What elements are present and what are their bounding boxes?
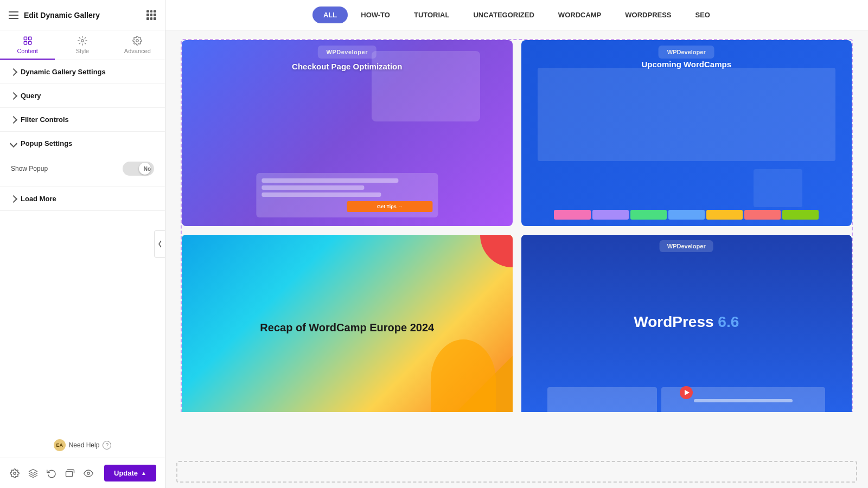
need-help-label: Need Help [69,441,100,449]
accordion-header-query[interactable]: Query [0,84,165,107]
show-popup-label: Show Popup [11,165,48,172]
tab-advanced[interactable]: Advanced [110,30,165,60]
sidebar-header: Edit Dynamic Gallery [0,0,165,30]
gallery-item-wordcamps[interactable]: WPDeveloper Upcoming WordCamps [521,40,852,226]
svg-point-9 [87,472,90,474]
gallery-grid: WPDeveloper Checkout Page Optimization G… [182,40,852,412]
layers-icon[interactable] [27,467,39,479]
filter-tab-all[interactable]: ALL [312,7,348,23]
accordion-item-query: Query [0,84,165,108]
settings-icon[interactable] [9,467,21,479]
filter-tab-uncategorized[interactable]: UNCATEGORIZED [462,7,545,23]
accordion-arrow-filter-controls [10,115,17,123]
gallery-item-wordcamps-title: Upcoming WordCamps [571,60,802,69]
gallery-item-wordpress66[interactable]: WPDeveloper WordPress 6.6 [521,235,852,412]
bottom-icons [9,467,98,479]
help-question-icon[interactable]: ? [103,441,111,450]
gallery-item-europe-title: Recap of WordCamp Europe 2024 [249,310,445,345]
filter-tab-wordpress[interactable]: WORDPRESS [614,7,682,23]
sidebar-collapse-handle[interactable] [154,230,165,258]
content-icon [23,36,33,46]
gallery-border: WPDeveloper Checkout Page Optimization G… [181,39,853,412]
svg-point-6 [14,472,16,474]
accordion-item-filter-controls: Filter Controls [0,108,165,132]
svg-rect-2 [24,42,27,44]
accordion-header-dynamic-gallery-settings[interactable]: Dynamic Gallery Settings [0,60,165,84]
accordion-header-load-more[interactable]: Load More [0,187,165,210]
editor-tabs: Content Style Advanced [0,30,165,60]
drop-zone[interactable] [176,461,857,483]
accordion-header-filter-controls[interactable]: Filter Controls [0,108,165,131]
svg-point-4 [81,40,84,42]
show-popup-toggle[interactable]: No [123,162,154,176]
show-popup-row: Show Popup No [11,159,154,178]
accordion-content-popup-settings: Show Popup No [0,155,165,187]
tab-content[interactable]: Content [0,30,55,60]
filter-tab-wordcamp[interactable]: WORDCAMP [547,7,612,23]
svg-rect-8 [66,471,73,477]
apps-icon[interactable] [146,10,156,20]
filter-bar: ALL HOW-TO TUTORIAL UNCATEGORIZED WORDCA… [165,0,868,30]
need-help-avatar: EA [54,439,66,451]
gallery-item-wp66-title: WordPress 6.6 [634,313,739,331]
accordion-item-load-more: Load More [0,187,165,211]
svg-rect-3 [28,42,31,44]
accordion: Dynamic Gallery Settings Query Filter Co… [0,60,165,433]
tab-style[interactable]: Style [55,30,110,60]
style-icon [78,36,87,46]
accordion-item-popup-settings: Popup Settings Show Popup No [0,132,165,187]
accordion-item-dynamic-gallery-settings: Dynamic Gallery Settings [0,60,165,84]
gallery: WPDeveloper Checkout Page Optimization G… [165,30,868,412]
sidebar: Edit Dynamic Gallery Content Style [0,0,165,488]
svg-point-5 [136,40,139,42]
gallery-item-checkout[interactable]: WPDeveloper Checkout Page Optimization G… [182,40,513,226]
main-content: ALL HOW-TO TUTORIAL UNCATEGORIZED WORDCA… [165,0,868,488]
eye-icon[interactable] [82,467,94,479]
history-icon[interactable] [46,467,58,479]
svg-rect-0 [24,37,27,40]
gallery-item-europe[interactable]: Recap of WordCamp Europe 2024 [182,235,513,412]
accordion-header-popup-settings[interactable]: Popup Settings [0,132,165,155]
hamburger-icon[interactable] [9,11,18,19]
update-button[interactable]: Update ▲ [104,465,156,481]
advanced-icon [132,36,142,46]
accordion-arrow-query [10,92,17,99]
bottom-bar: Update ▲ [0,458,165,488]
svg-marker-7 [29,469,37,473]
need-help-section: EA Need Help ? [0,433,165,458]
gallery-item-checkout-title: Checkout Page Optimization [215,62,480,71]
accordion-arrow-dynamic-gallery-settings [10,68,17,75]
accordion-arrow-popup-settings [10,139,17,147]
filter-tab-how-to[interactable]: HOW-TO [350,7,401,23]
update-chevron-icon: ▲ [141,470,146,476]
sidebar-header-left: Edit Dynamic Gallery [9,11,100,20]
filter-tab-seo[interactable]: SEO [685,7,721,23]
filter-tab-tutorial[interactable]: TUTORIAL [403,7,460,23]
page-title: Edit Dynamic Gallery [24,11,100,20]
responsive-icon[interactable] [64,467,76,479]
toggle-no-label: No [144,166,151,172]
accordion-arrow-load-more [10,195,17,202]
canvas-empty-area [165,412,868,455]
svg-rect-1 [28,37,31,40]
